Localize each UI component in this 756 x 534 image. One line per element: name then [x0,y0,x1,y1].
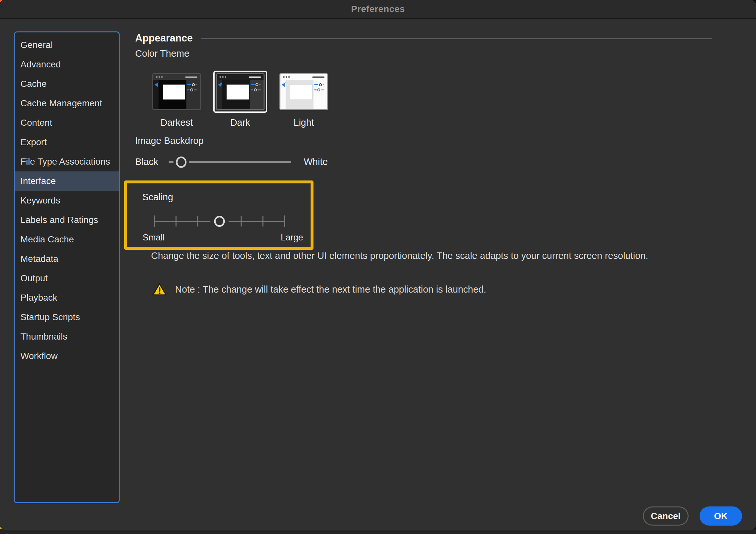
cancel-button[interactable]: Cancel [643,506,688,525]
knob-icon [317,89,320,91]
image-backdrop-label: Image Backdrop [135,136,203,146]
preview-canvas [158,80,186,109]
preview-image [163,84,185,100]
scaling-highlight-box: Scaling Small Large [124,181,313,250]
scaling-slider-tick [154,216,155,227]
gray-dash-icon [257,89,261,90]
preferences-dialog: Preferences GeneralAdvancedCacheCache Ma… [0,0,756,529]
preview-canvas [222,80,250,109]
preview-slider-row [251,89,263,91]
theme-selection-frame [277,71,331,113]
backdrop-slider-thumb[interactable] [176,157,186,168]
gray-dash-icon [323,84,324,85]
title-bar[interactable]: Preferences [0,0,756,19]
scaling-slider-tick [197,216,198,226]
scaling-slider-tick [262,216,263,226]
theme-preview-icon [280,73,328,110]
blue-dash-icon [251,84,255,85]
gray-dash-icon [196,84,197,85]
preview-panel [313,80,327,109]
color-theme-label: Color Theme [135,48,189,59]
scaling-slider-tick [284,216,285,227]
note-row: Note : The change will take effect the n… [152,283,486,296]
dialog-title: Preferences [351,4,405,14]
window-menu-line [249,76,261,78]
section-title-appearance: Appearance [135,32,193,44]
preview-image [290,84,312,100]
preview-body [217,80,263,109]
background-bottom-strip [0,529,756,534]
window-menu-line [312,76,325,78]
gray-dash-icon [194,89,198,90]
blue-dash-icon [251,89,253,90]
scaling-description: Change the size of tools, text and other… [151,250,648,261]
preview-body [281,80,327,109]
theme-selection-frame [150,71,203,113]
preview-panel [186,80,200,109]
color-theme-options: Darkest [150,71,331,128]
scaling-slider-thumb[interactable] [214,216,225,227]
note-text: Note : The change will take effect the n… [175,284,486,295]
scaling-small-label: Small [143,233,165,243]
preview-body [153,80,200,109]
preferences-window: Preferences GeneralAdvancedCacheCache Ma… [0,0,756,534]
theme-option-light[interactable]: Light [277,71,331,128]
scaling-slider-tick [176,216,176,226]
preview-slider-row [187,89,200,91]
theme-label: Darkest [160,117,193,128]
preview-slider-row [251,83,263,86]
blue-dash-icon [187,89,190,90]
preview-panel [250,80,263,109]
window-dots-icon [283,76,290,78]
preview-slider-row [187,83,200,86]
knob-icon [319,83,322,86]
knob-icon [256,83,258,86]
blue-dash-icon [314,84,318,85]
preview-slider-row [314,89,327,91]
preview-titlebar [217,74,263,80]
section-divider [201,38,712,39]
backdrop-white-label: White [304,157,328,167]
warning-icon [152,283,167,296]
preview-slider-row [314,83,327,86]
window-menu-line [185,76,198,78]
knob-icon [192,83,195,86]
theme-option-darkest[interactable]: Darkest [150,71,203,128]
scaling-slider[interactable] [154,216,284,227]
scaling-label: Scaling [142,192,173,203]
preview-canvas [285,80,313,109]
ok-button[interactable]: OK [700,506,742,525]
theme-selection-frame [213,71,267,113]
image-backdrop-slider[interactable] [169,156,291,167]
preview-titlebar [281,74,327,80]
scaling-large-label: Large [281,233,303,243]
theme-preview-icon [152,73,201,110]
knob-icon [254,89,257,91]
scaling-slider-tick [241,216,241,226]
gray-dash-icon [259,84,261,85]
interface-panel: Appearance Color Theme [0,18,756,529]
gray-dash-icon [321,89,325,90]
theme-label: Light [294,117,314,128]
theme-preview-icon [216,73,264,110]
blue-dash-icon [187,84,191,85]
blue-dash-icon [314,89,317,90]
theme-label: Dark [230,117,250,128]
preview-image [226,84,249,100]
window-dots-icon [220,76,226,78]
backdrop-black-label: Black [135,157,158,167]
preview-titlebar [153,74,200,80]
theme-option-dark[interactable]: Dark [213,71,267,128]
knob-icon [190,89,193,91]
window-dots-icon [156,76,163,78]
